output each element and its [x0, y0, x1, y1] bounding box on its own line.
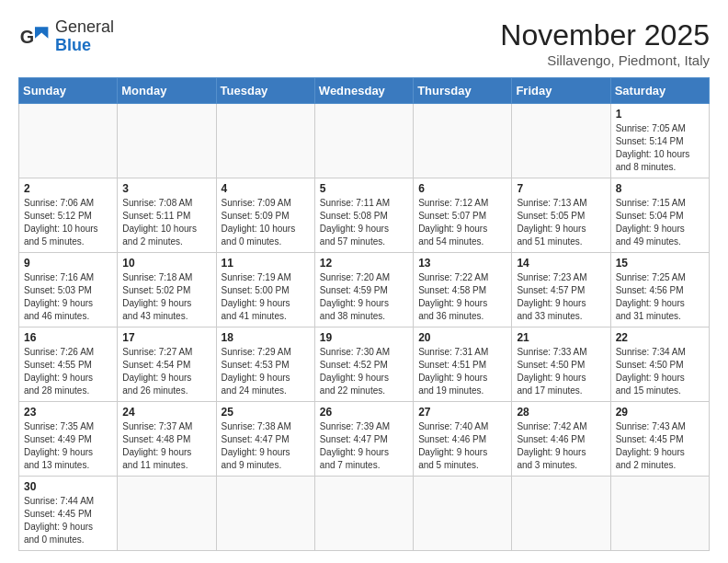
day-number: 7 — [517, 182, 605, 195]
calendar-cell: 4Sunrise: 7:09 AM Sunset: 5:09 PM Daylig… — [216, 178, 314, 253]
day-number: 15 — [616, 257, 704, 270]
day-info: Sunrise: 7:37 AM Sunset: 4:48 PM Dayligh… — [122, 420, 210, 472]
calendar-cell: 15Sunrise: 7:25 AM Sunset: 4:56 PM Dayli… — [610, 253, 709, 327]
calendar-cell: 17Sunrise: 7:27 AM Sunset: 4:54 PM Dayli… — [118, 327, 216, 402]
day-number: 20 — [418, 331, 506, 344]
day-info: Sunrise: 7:26 AM Sunset: 4:55 PM Dayligh… — [24, 346, 112, 397]
day-info: Sunrise: 7:35 AM Sunset: 4:49 PM Dayligh… — [24, 420, 112, 472]
day-number: 19 — [320, 331, 408, 344]
day-number: 21 — [517, 331, 605, 344]
calendar-cell — [512, 104, 610, 178]
day-number: 25 — [222, 406, 310, 419]
calendar-cell — [512, 477, 610, 551]
calendar-cell — [118, 477, 216, 551]
calendar-cell: 6Sunrise: 7:12 AM Sunset: 5:07 PM Daylig… — [414, 178, 512, 253]
week-row-2: 2Sunrise: 7:06 AM Sunset: 5:12 PM Daylig… — [19, 178, 710, 253]
day-info: Sunrise: 7:23 AM Sunset: 4:57 PM Dayligh… — [517, 271, 605, 323]
calendar-cell — [216, 104, 314, 178]
day-info: Sunrise: 7:15 AM Sunset: 5:04 PM Dayligh… — [616, 197, 704, 248]
day-info: Sunrise: 7:34 AM Sunset: 4:50 PM Dayligh… — [616, 346, 704, 397]
day-number: 6 — [418, 182, 506, 195]
calendar-cell: 27Sunrise: 7:40 AM Sunset: 4:46 PM Dayli… — [414, 402, 512, 477]
day-number: 26 — [320, 406, 408, 419]
day-number: 11 — [222, 257, 310, 270]
week-row-4: 16Sunrise: 7:26 AM Sunset: 4:55 PM Dayli… — [19, 327, 710, 402]
day-number: 16 — [24, 331, 112, 344]
day-number: 10 — [122, 257, 210, 270]
calendar-cell: 19Sunrise: 7:30 AM Sunset: 4:52 PM Dayli… — [314, 327, 413, 402]
calendar-cell: 25Sunrise: 7:38 AM Sunset: 4:47 PM Dayli… — [216, 402, 314, 477]
calendar-cell: 12Sunrise: 7:20 AM Sunset: 4:59 PM Dayli… — [314, 253, 413, 327]
location: Sillavengo, Piedmont, Italy — [500, 52, 710, 68]
calendar-cell: 21Sunrise: 7:33 AM Sunset: 4:50 PM Dayli… — [512, 327, 610, 402]
calendar-cell: 22Sunrise: 7:34 AM Sunset: 4:50 PM Dayli… — [610, 327, 709, 402]
day-info: Sunrise: 7:38 AM Sunset: 4:47 PM Dayligh… — [222, 420, 310, 472]
weekday-header-thursday: Thursday — [414, 78, 512, 104]
calendar-cell: 9Sunrise: 7:16 AM Sunset: 5:03 PM Daylig… — [19, 253, 118, 327]
calendar-cell: 18Sunrise: 7:29 AM Sunset: 4:53 PM Dayli… — [216, 327, 314, 402]
day-info: Sunrise: 7:42 AM Sunset: 4:46 PM Dayligh… — [517, 420, 605, 472]
calendar-cell — [414, 104, 512, 178]
day-number: 17 — [122, 331, 210, 344]
title-block: November 2025 Sillavengo, Piedmont, Ital… — [500, 18, 710, 68]
calendar-cell: 11Sunrise: 7:19 AM Sunset: 5:00 PM Dayli… — [216, 253, 314, 327]
calendar-cell — [216, 477, 314, 551]
day-number: 18 — [222, 331, 310, 344]
day-info: Sunrise: 7:08 AM Sunset: 5:11 PM Dayligh… — [122, 197, 210, 248]
header: G GeneralBlue November 2025 Sillavengo, … — [18, 18, 710, 68]
calendar-cell: 23Sunrise: 7:35 AM Sunset: 4:49 PM Dayli… — [19, 402, 118, 477]
day-info: Sunrise: 7:12 AM Sunset: 5:07 PM Dayligh… — [418, 197, 506, 248]
week-row-1: 1Sunrise: 7:05 AM Sunset: 5:14 PM Daylig… — [19, 104, 710, 178]
calendar-cell — [414, 477, 512, 551]
calendar-cell: 26Sunrise: 7:39 AM Sunset: 4:47 PM Dayli… — [314, 402, 413, 477]
day-number: 30 — [24, 480, 112, 493]
day-info: Sunrise: 7:19 AM Sunset: 5:00 PM Dayligh… — [222, 271, 310, 323]
day-number: 9 — [24, 257, 112, 270]
day-number: 3 — [122, 182, 210, 195]
weekday-header-friday: Friday — [512, 78, 610, 104]
calendar-cell — [610, 477, 709, 551]
calendar-cell: 30Sunrise: 7:44 AM Sunset: 4:45 PM Dayli… — [19, 477, 118, 551]
day-number: 14 — [517, 257, 605, 270]
day-info: Sunrise: 7:13 AM Sunset: 5:05 PM Dayligh… — [517, 197, 605, 248]
weekday-header-monday: Monday — [118, 78, 216, 104]
calendar-cell: 28Sunrise: 7:42 AM Sunset: 4:46 PM Dayli… — [512, 402, 610, 477]
week-row-5: 23Sunrise: 7:35 AM Sunset: 4:49 PM Dayli… — [19, 402, 710, 477]
day-info: Sunrise: 7:44 AM Sunset: 4:45 PM Dayligh… — [24, 495, 112, 546]
day-number: 1 — [616, 108, 704, 121]
day-info: Sunrise: 7:22 AM Sunset: 4:58 PM Dayligh… — [418, 271, 506, 323]
day-number: 4 — [222, 182, 310, 195]
day-number: 28 — [517, 406, 605, 419]
day-info: Sunrise: 7:31 AM Sunset: 4:51 PM Dayligh… — [418, 346, 506, 397]
calendar-cell: 7Sunrise: 7:13 AM Sunset: 5:05 PM Daylig… — [512, 178, 610, 253]
calendar-cell — [314, 104, 413, 178]
weekday-header-wednesday: Wednesday — [314, 78, 413, 104]
day-number: 8 — [616, 182, 704, 195]
calendar-cell: 20Sunrise: 7:31 AM Sunset: 4:51 PM Dayli… — [414, 327, 512, 402]
day-number: 29 — [616, 406, 704, 419]
calendar-cell: 5Sunrise: 7:11 AM Sunset: 5:08 PM Daylig… — [314, 178, 413, 253]
weekday-header-saturday: Saturday — [610, 78, 709, 104]
day-info: Sunrise: 7:39 AM Sunset: 4:47 PM Dayligh… — [320, 420, 408, 472]
logo-icon: G — [18, 20, 51, 53]
calendar-cell — [19, 104, 118, 178]
day-number: 27 — [418, 406, 506, 419]
calendar-cell: 13Sunrise: 7:22 AM Sunset: 4:58 PM Dayli… — [414, 253, 512, 327]
day-number: 5 — [320, 182, 408, 195]
day-info: Sunrise: 7:11 AM Sunset: 5:08 PM Dayligh… — [320, 197, 408, 248]
day-info: Sunrise: 7:06 AM Sunset: 5:12 PM Dayligh… — [24, 197, 112, 248]
month-year: November 2025 — [500, 18, 710, 52]
day-info: Sunrise: 7:43 AM Sunset: 4:45 PM Dayligh… — [616, 420, 704, 472]
day-info: Sunrise: 7:18 AM Sunset: 5:02 PM Dayligh… — [122, 271, 210, 323]
day-info: Sunrise: 7:30 AM Sunset: 4:52 PM Dayligh… — [320, 346, 408, 397]
calendar-cell: 29Sunrise: 7:43 AM Sunset: 4:45 PM Dayli… — [610, 402, 709, 477]
logo-text: GeneralBlue — [55, 18, 114, 55]
day-info: Sunrise: 7:33 AM Sunset: 4:50 PM Dayligh… — [517, 346, 605, 397]
day-number: 23 — [24, 406, 112, 419]
calendar-cell: 16Sunrise: 7:26 AM Sunset: 4:55 PM Dayli… — [19, 327, 118, 402]
calendar-cell: 3Sunrise: 7:08 AM Sunset: 5:11 PM Daylig… — [118, 178, 216, 253]
calendar: SundayMondayTuesdayWednesdayThursdayFrid… — [18, 77, 710, 551]
svg-marker-1 — [35, 27, 48, 39]
day-info: Sunrise: 7:40 AM Sunset: 4:46 PM Dayligh… — [418, 420, 506, 472]
week-row-3: 9Sunrise: 7:16 AM Sunset: 5:03 PM Daylig… — [19, 253, 710, 327]
